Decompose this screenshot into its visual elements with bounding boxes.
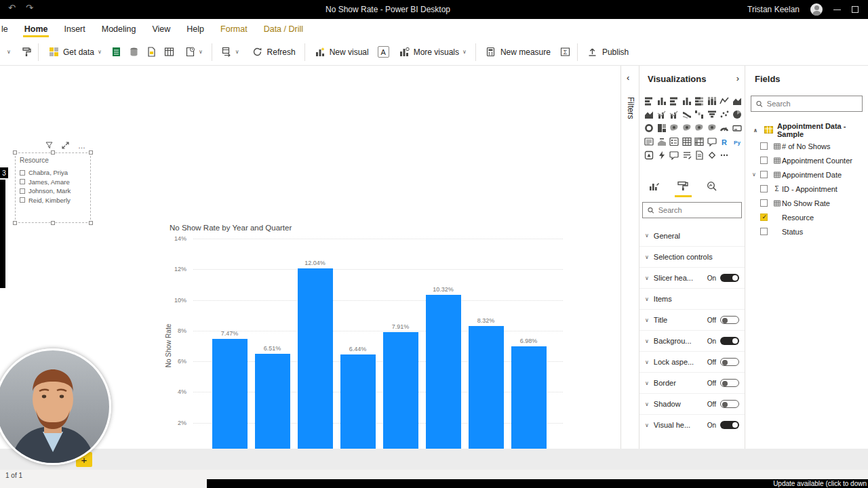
slicer-item[interactable]: Chabra, Priya xyxy=(20,168,89,178)
format-section-lock-aspe-[interactable]: ∨Lock aspe...Off xyxy=(639,351,745,372)
stacked-bar-chart-icon[interactable] xyxy=(643,94,656,108)
more-visuals-icon[interactable] xyxy=(718,148,731,162)
recent-sources-button[interactable]: ∨ xyxy=(181,44,206,60)
sql-server-icon[interactable] xyxy=(128,46,140,58)
format-section-border[interactable]: ∨BorderOff xyxy=(639,372,745,393)
python-visual-icon[interactable]: Py xyxy=(731,135,744,148)
format-section-slicer-hea-[interactable]: ∨Slicer hea...On xyxy=(639,267,745,288)
power-automate-icon[interactable] xyxy=(656,148,669,162)
tab-format[interactable] xyxy=(677,181,689,197)
chart-bar-2020-qtr-1[interactable] xyxy=(383,332,418,453)
toggle-switch[interactable] xyxy=(720,400,739,408)
field-checkbox[interactable] xyxy=(760,157,768,164)
focus-mode-icon[interactable] xyxy=(62,140,69,152)
ribbon-tab-format[interactable]: Format xyxy=(212,19,256,39)
clustered-column-chart-icon[interactable] xyxy=(681,94,694,108)
redo-icon[interactable]: ↷ xyxy=(26,3,33,13)
table-icon[interactable] xyxy=(681,135,694,148)
chart-bar-2019-qtr-2[interactable] xyxy=(255,354,290,453)
clustered-bar-chart-icon[interactable] xyxy=(668,94,681,108)
pie-chart-icon[interactable] xyxy=(731,108,744,121)
format-section-title[interactable]: ∨TitleOff xyxy=(639,309,745,330)
field-checkbox[interactable] xyxy=(760,214,768,221)
filled-map-icon[interactable] xyxy=(681,121,694,135)
gauge-icon[interactable] xyxy=(718,121,731,135)
selection-handle[interactable] xyxy=(51,150,55,155)
more-visuals-button[interactable]: More visuals ∨ xyxy=(395,44,470,60)
chart-bar-2019-qtr-1[interactable] xyxy=(212,339,248,453)
expand-filters-icon[interactable]: ‹ xyxy=(627,73,629,83)
format-painter-icon[interactable] xyxy=(20,46,33,58)
line-chart-icon[interactable] xyxy=(718,94,731,108)
format-section-backgrou-[interactable]: ∨Backgrou...On xyxy=(639,330,745,351)
signed-in-user[interactable]: Tristan Keelan xyxy=(747,5,800,14)
collapse-visualizations-icon[interactable]: › xyxy=(736,73,739,83)
chart-bar-2020-qtr-4[interactable] xyxy=(511,346,547,453)
checkbox[interactable] xyxy=(20,197,25,203)
restore-button[interactable] xyxy=(852,6,859,13)
paste-dropdown-icon[interactable]: ∨ xyxy=(3,46,15,58)
stacked-column-chart-icon[interactable] xyxy=(656,94,669,108)
format-search-input[interactable] xyxy=(658,206,736,214)
refresh-button[interactable]: Refresh xyxy=(248,44,299,60)
ribbon-tab-view[interactable]: View xyxy=(144,19,178,39)
dataset-icon[interactable] xyxy=(146,46,158,58)
power-apps-icon[interactable] xyxy=(643,148,656,162)
ribbon-tab-insert[interactable]: Insert xyxy=(56,19,93,39)
line-and-clustered-column-chart-icon[interactable] xyxy=(668,108,681,121)
enter-data-icon[interactable] xyxy=(163,46,176,58)
field-checkbox[interactable] xyxy=(760,228,768,235)
checkbox[interactable] xyxy=(20,170,25,176)
field-row-status[interactable]: Status xyxy=(745,224,868,239)
toggle-switch[interactable] xyxy=(720,316,739,324)
azure-map-icon[interactable] xyxy=(706,121,719,135)
dataset-table-row[interactable]: ∧ Appointment Data - Sample xyxy=(745,123,868,138)
decomposition-tree-icon[interactable] xyxy=(706,148,719,162)
publish-button[interactable]: Publish xyxy=(583,44,632,60)
line-and-stacked-column-chart-icon[interactable] xyxy=(656,108,669,121)
area-chart-icon[interactable] xyxy=(731,94,744,108)
get-data-button[interactable]: Get data ∨ xyxy=(44,44,105,60)
chart-bar-2020-qtr-2[interactable] xyxy=(426,295,461,453)
format-section-visual-he-[interactable]: ∨Visual he...On xyxy=(639,414,745,435)
paginated-report-icon[interactable] xyxy=(693,148,706,162)
field-row--of-no-shows[interactable]: # of No Shows xyxy=(745,139,868,153)
ribbon-tab-le[interactable]: le xyxy=(0,19,16,39)
field-row-id-appointment[interactable]: ΣID - Appointment xyxy=(745,182,868,196)
no-show-rate-column-chart[interactable]: No Show Rate by Year and Quarter No Show… xyxy=(115,218,617,476)
kpi-icon[interactable] xyxy=(656,135,669,148)
field-row-appointment-counter[interactable]: Appointment Counter xyxy=(745,153,868,167)
chart-bar-2019-qtr-3[interactable] xyxy=(298,268,333,453)
undo-icon[interactable]: ↶ xyxy=(8,3,16,13)
user-avatar[interactable] xyxy=(810,3,823,16)
selection-handle[interactable] xyxy=(13,150,17,155)
toggle-switch[interactable] xyxy=(720,379,739,387)
scatter-chart-icon[interactable] xyxy=(718,108,731,121)
key-influencers-icon[interactable] xyxy=(706,135,719,148)
excel-workbook-icon[interactable] xyxy=(111,46,123,58)
chart-bar-2020-qtr-3[interactable] xyxy=(469,326,504,453)
tab-analytics[interactable] xyxy=(707,181,717,197)
notification-bar[interactable]: Update available (click to down xyxy=(207,479,868,488)
slicer-item[interactable]: James, Amare xyxy=(20,178,89,187)
field-checkbox[interactable] xyxy=(760,199,768,207)
selection-handle[interactable] xyxy=(89,150,93,155)
transform-data-button[interactable]: ∨ xyxy=(218,44,243,60)
toggle-switch[interactable] xyxy=(720,358,739,366)
field-row-resource[interactable]: Resource xyxy=(745,210,868,224)
multi-row-card-icon[interactable] xyxy=(643,135,656,148)
slicer-icon[interactable] xyxy=(668,135,681,148)
selection-handle[interactable] xyxy=(89,221,93,225)
toggle-switch[interactable] xyxy=(720,274,739,282)
format-search-box[interactable] xyxy=(642,202,742,218)
fields-search-box[interactable] xyxy=(751,96,863,112)
selection-handle[interactable] xyxy=(13,221,17,225)
r-script-visual-icon[interactable]: R xyxy=(718,135,731,148)
format-section-selection-controls[interactable]: ∨Selection controls xyxy=(639,246,745,267)
card-icon[interactable] xyxy=(731,121,744,135)
fields-search-input[interactable] xyxy=(767,100,857,108)
toggle-switch[interactable] xyxy=(720,337,739,345)
checkbox[interactable] xyxy=(20,179,25,184)
toggle-switch[interactable] xyxy=(720,421,739,429)
new-visual-button[interactable]: New visual xyxy=(311,44,372,60)
